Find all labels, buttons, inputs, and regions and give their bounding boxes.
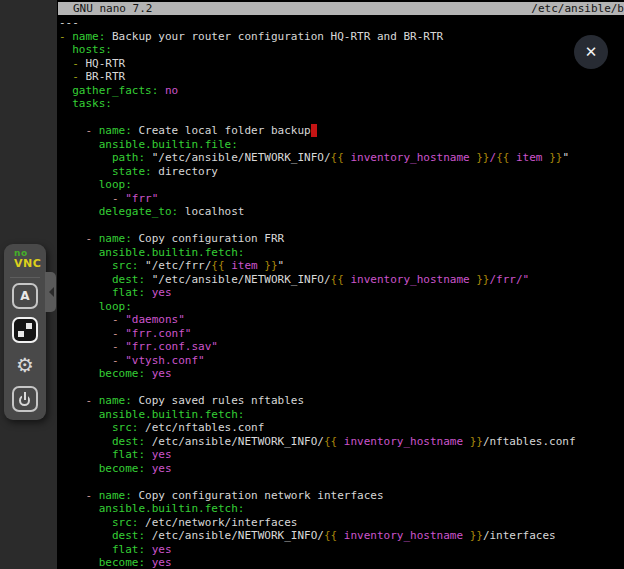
- code-line: [59, 381, 624, 395]
- novnc-logo: no VNC: [14, 249, 41, 269]
- code-line: - "vtysh.conf": [59, 354, 624, 368]
- keyboard-button[interactable]: A: [12, 283, 38, 309]
- code-line: src: /etc/network/interfaces: [59, 516, 624, 530]
- gear-icon: ⚙: [16, 355, 34, 375]
- code-line: ansible.builtin.fetch:: [59, 502, 624, 516]
- code-line: - "frr": [59, 192, 624, 206]
- code-line: dest: /etc/ansible/NETWORK_INFO/{{ inven…: [59, 529, 624, 543]
- code-line: become: yes: [59, 462, 624, 476]
- code-line: path: "/etc/ansible/NETWORK_INFO/{{ inve…: [59, 151, 624, 165]
- code-line: [59, 475, 624, 489]
- terminal-screen[interactable]: GNU nano 7.2 /etc/ansible/b ---- name: B…: [57, 0, 624, 569]
- code-line: dest: /etc/ansible/NETWORK_INFO/{{ inven…: [59, 435, 624, 449]
- text-cursor: [311, 124, 318, 137]
- file-path: /etc/ansible/b: [531, 2, 624, 15]
- code-line: become: yes: [59, 367, 624, 381]
- code-line: src: /etc/nftables.conf: [59, 421, 624, 435]
- code-line: gather_facts: no: [59, 84, 624, 98]
- code-line: - "frr.conf": [59, 327, 624, 341]
- code-line: src: "/etc/frr/{{ item }}": [59, 259, 624, 273]
- close-icon: ✕: [585, 43, 598, 61]
- novnc-logo-bottom: VNC: [14, 258, 41, 269]
- code-line: hosts:: [59, 43, 624, 57]
- code-line: - BR-RTR: [59, 70, 624, 84]
- collapse-arrow-icon: [49, 287, 54, 297]
- code-line: - "daemons": [59, 313, 624, 327]
- code-line: - name: Copy configuration FRR: [59, 232, 624, 246]
- fullscreen-icon: [18, 323, 32, 337]
- code-line: ansible.builtin.file:: [59, 138, 624, 152]
- editor-content: ---- name: Backup your router configurat…: [59, 16, 624, 569]
- code-line: delegate_to: localhost: [59, 205, 624, 219]
- fullscreen-button[interactable]: [12, 317, 38, 343]
- code-line: dest: "/etc/ansible/NETWORK_INFO/{{ inve…: [59, 273, 624, 287]
- code-line: - "frr.conf.sav": [59, 340, 624, 354]
- code-line: loop:: [59, 300, 624, 314]
- code-line: ansible.builtin.fetch:: [59, 246, 624, 260]
- code-line: - name: Create local folder backup: [59, 124, 624, 138]
- code-line: [59, 219, 624, 233]
- a-keycap-icon: A: [20, 290, 29, 302]
- close-button[interactable]: ✕: [574, 35, 608, 69]
- code-line: tasks:: [59, 97, 624, 111]
- settings-button[interactable]: ⚙: [12, 352, 38, 378]
- code-line: - name: Copy configuration network inter…: [59, 489, 624, 503]
- code-line: [59, 111, 624, 125]
- code-line: state: directory: [59, 165, 624, 179]
- power-button[interactable]: [12, 386, 38, 412]
- code-line: become: yes: [59, 556, 624, 569]
- power-icon: [18, 392, 33, 407]
- code-line: flat: yes: [59, 448, 624, 462]
- control-bar-divider: [10, 277, 40, 278]
- code-line: - name: Backup your router configuration…: [59, 30, 624, 44]
- code-line: - HQ-RTR: [59, 57, 624, 71]
- nano-titlebar: GNU nano 7.2 /etc/ansible/b: [58, 2, 624, 15]
- control-bar-handle[interactable]: [45, 272, 56, 312]
- novnc-control-bar: no VNC A ⚙: [4, 244, 46, 420]
- app-title: GNU nano 7.2: [58, 2, 152, 15]
- code-line: flat: yes: [59, 543, 624, 557]
- code-line: ---: [59, 16, 624, 30]
- code-line: ansible.builtin.fetch:: [59, 408, 624, 422]
- code-line: flat: yes: [59, 286, 624, 300]
- code-line: - name: Copy saved rules nftables: [59, 394, 624, 408]
- sidebar-strip: no VNC A ⚙: [0, 0, 57, 569]
- code-line: loop:: [59, 178, 624, 192]
